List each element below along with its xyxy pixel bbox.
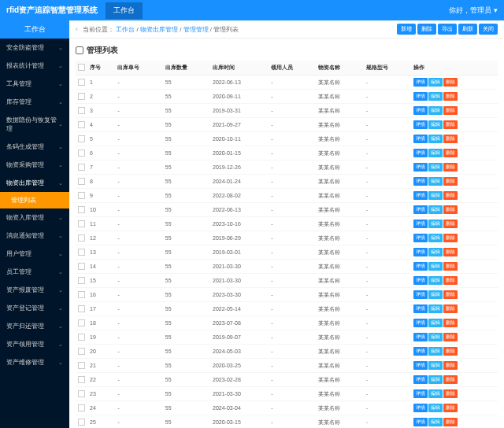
checkbox[interactable] xyxy=(78,178,85,185)
sidebar-item-1[interactable]: 报表统计管理⌄ xyxy=(0,57,69,75)
row-op-详情[interactable]: 详情 xyxy=(413,290,428,299)
sidebar-item-3[interactable]: 库存管理⌄ xyxy=(0,93,69,111)
row-op-详情[interactable]: 详情 xyxy=(413,375,428,384)
row-op-删除[interactable]: 删除 xyxy=(443,262,458,271)
btn-新增[interactable]: 新增 xyxy=(397,24,416,35)
row-op-编辑[interactable]: 编辑 xyxy=(428,220,443,228)
row-op-详情[interactable]: 详情 xyxy=(413,347,428,356)
checkbox[interactable] xyxy=(78,192,85,199)
checkbox[interactable] xyxy=(78,362,85,369)
row-op-删除[interactable]: 删除 xyxy=(443,78,458,87)
row-op-删除[interactable]: 删除 xyxy=(443,177,458,186)
row-op-删除[interactable]: 删除 xyxy=(443,135,458,143)
checkbox[interactable] xyxy=(78,319,85,327)
checkbox[interactable] xyxy=(78,291,85,298)
row-op-详情[interactable]: 详情 xyxy=(413,333,428,341)
row-op-详情[interactable]: 详情 xyxy=(413,418,428,426)
row-op-编辑[interactable]: 编辑 xyxy=(428,418,443,426)
row-op-编辑[interactable]: 编辑 xyxy=(428,262,443,271)
row-op-编辑[interactable]: 编辑 xyxy=(428,319,443,327)
btn-关闭[interactable]: 关闭 xyxy=(479,24,498,35)
checkbox[interactable] xyxy=(78,419,85,426)
row-op-详情[interactable]: 详情 xyxy=(413,92,428,101)
row-op-编辑[interactable]: 编辑 xyxy=(428,78,443,87)
row-op-删除[interactable]: 删除 xyxy=(443,319,458,327)
row-op-删除[interactable]: 删除 xyxy=(443,304,458,313)
row-op-编辑[interactable]: 编辑 xyxy=(428,333,443,341)
row-op-详情[interactable]: 详情 xyxy=(413,404,428,412)
row-op-详情[interactable]: 详情 xyxy=(413,220,428,228)
sidebar-workbench[interactable]: 工作台 xyxy=(0,20,69,39)
row-op-编辑[interactable]: 编辑 xyxy=(428,389,443,398)
checkbox[interactable] xyxy=(78,305,85,312)
row-op-编辑[interactable]: 编辑 xyxy=(428,276,443,285)
row-op-详情[interactable]: 详情 xyxy=(413,262,428,271)
checkbox[interactable] xyxy=(78,234,85,242)
row-op-删除[interactable]: 删除 xyxy=(443,333,458,341)
row-op-详情[interactable]: 详情 xyxy=(413,361,428,370)
row-op-详情[interactable]: 详情 xyxy=(413,106,428,115)
row-op-编辑[interactable]: 编辑 xyxy=(428,135,443,143)
row-op-详情[interactable]: 详情 xyxy=(413,234,428,242)
checkbox[interactable] xyxy=(78,348,85,355)
row-op-详情[interactable]: 详情 xyxy=(413,177,428,186)
row-op-删除[interactable]: 删除 xyxy=(443,248,458,256)
row-op-删除[interactable]: 删除 xyxy=(443,220,458,228)
sidebar-item-6[interactable]: 物资采购管理⌄ xyxy=(0,156,69,174)
row-op-删除[interactable]: 删除 xyxy=(443,290,458,299)
checkbox[interactable] xyxy=(78,277,85,284)
checkbox[interactable] xyxy=(78,149,85,157)
row-op-删除[interactable]: 删除 xyxy=(443,106,458,115)
back-icon[interactable]: ‹ xyxy=(76,25,78,33)
checkbox[interactable] xyxy=(78,334,85,341)
row-op-删除[interactable]: 删除 xyxy=(443,163,458,172)
row-op-编辑[interactable]: 编辑 xyxy=(428,304,443,313)
row-op-编辑[interactable]: 编辑 xyxy=(428,290,443,299)
row-op-编辑[interactable]: 编辑 xyxy=(428,106,443,115)
btn-删除[interactable]: 删除 xyxy=(417,24,436,35)
sidebar-item-8[interactable]: 物资入库管理⌄ xyxy=(0,208,69,227)
row-op-详情[interactable]: 详情 xyxy=(413,319,428,327)
row-op-删除[interactable]: 删除 xyxy=(443,375,458,384)
row-op-详情[interactable]: 详情 xyxy=(413,304,428,313)
row-op-删除[interactable]: 删除 xyxy=(443,361,458,370)
checkbox[interactable] xyxy=(78,220,85,227)
row-op-编辑[interactable]: 编辑 xyxy=(428,191,443,200)
checkbox[interactable] xyxy=(78,404,85,411)
sidebar-item-2[interactable]: 工具管理⌄ xyxy=(0,75,69,93)
checkbox[interactable] xyxy=(78,93,85,100)
sidebar-item-4[interactable]: 数据隐份与恢复管理⌄ xyxy=(0,111,69,138)
row-op-删除[interactable]: 删除 xyxy=(443,120,458,129)
row-op-编辑[interactable]: 编辑 xyxy=(428,234,443,242)
greeting[interactable]: 你好，管理员 ▾ xyxy=(449,6,498,16)
row-op-删除[interactable]: 删除 xyxy=(443,149,458,157)
row-op-详情[interactable]: 详情 xyxy=(413,163,428,172)
row-op-编辑[interactable]: 编辑 xyxy=(428,375,443,384)
checkbox[interactable] xyxy=(78,164,85,171)
row-op-删除[interactable]: 删除 xyxy=(443,347,458,356)
row-op-删除[interactable]: 删除 xyxy=(443,191,458,200)
row-op-删除[interactable]: 删除 xyxy=(443,234,458,242)
checkbox[interactable] xyxy=(78,107,85,114)
sidebar-item-11[interactable]: 员工管理⌄ xyxy=(0,263,69,281)
row-op-编辑[interactable]: 编辑 xyxy=(428,149,443,157)
row-op-删除[interactable]: 删除 xyxy=(443,418,458,426)
sidebar-item-5[interactable]: 条码生成管理⌄ xyxy=(0,138,69,156)
sidebar-item-9[interactable]: 消息通知管理⌄ xyxy=(0,227,69,245)
row-op-详情[interactable]: 详情 xyxy=(413,389,428,398)
row-op-删除[interactable]: 删除 xyxy=(443,205,458,214)
sidebar-item-13[interactable]: 资产登记管理⌄ xyxy=(0,299,69,317)
row-op-详情[interactable]: 详情 xyxy=(413,191,428,200)
row-op-编辑[interactable]: 编辑 xyxy=(428,248,443,256)
row-op-编辑[interactable]: 编辑 xyxy=(428,92,443,101)
sidebar-sub[interactable]: 管理列表 xyxy=(0,192,69,208)
sidebar-item-14[interactable]: 资产归还管理⌄ xyxy=(0,317,69,335)
row-op-编辑[interactable]: 编辑 xyxy=(428,177,443,186)
row-op-删除[interactable]: 删除 xyxy=(443,389,458,398)
checkbox[interactable] xyxy=(78,79,85,86)
sidebar-item-12[interactable]: 资产报废管理⌄ xyxy=(0,281,69,299)
row-op-编辑[interactable]: 编辑 xyxy=(428,205,443,214)
row-op-详情[interactable]: 详情 xyxy=(413,149,428,157)
checkbox[interactable] xyxy=(78,135,85,142)
row-op-编辑[interactable]: 编辑 xyxy=(428,404,443,412)
